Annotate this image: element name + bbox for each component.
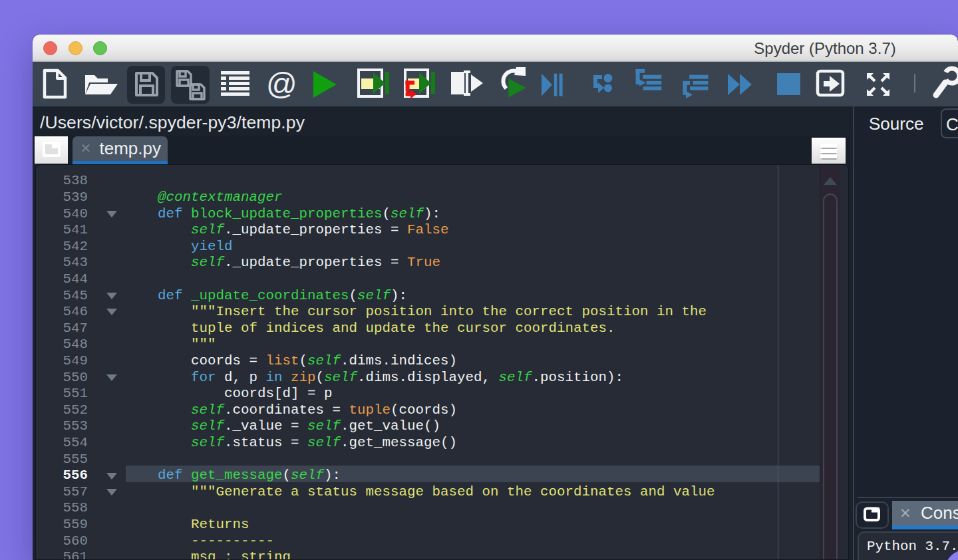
svg-text:@: @ [266, 67, 297, 101]
